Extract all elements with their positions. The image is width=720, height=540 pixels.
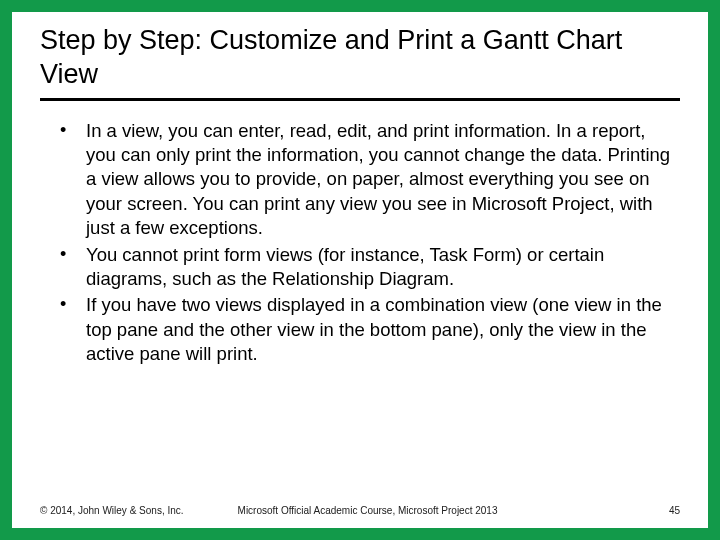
footer-page-number: 45 (669, 505, 680, 516)
slide-title: Step by Step: Customize and Print a Gant… (40, 24, 680, 101)
footer-copyright: © 2014, John Wiley & Sons, Inc. (40, 505, 184, 516)
slide: Step by Step: Customize and Print a Gant… (12, 12, 708, 528)
list-item: If you have two views displayed in a com… (40, 293, 680, 366)
footer-course: Microsoft Official Academic Course, Micr… (238, 505, 498, 516)
list-item: You cannot print form views (for instanc… (40, 243, 680, 292)
bullet-list: In a view, you can enter, read, edit, an… (40, 119, 680, 367)
slide-body: In a view, you can enter, read, edit, an… (40, 119, 680, 500)
slide-footer: © 2014, John Wiley & Sons, Inc. Microsof… (40, 499, 680, 518)
list-item: In a view, you can enter, read, edit, an… (40, 119, 680, 241)
